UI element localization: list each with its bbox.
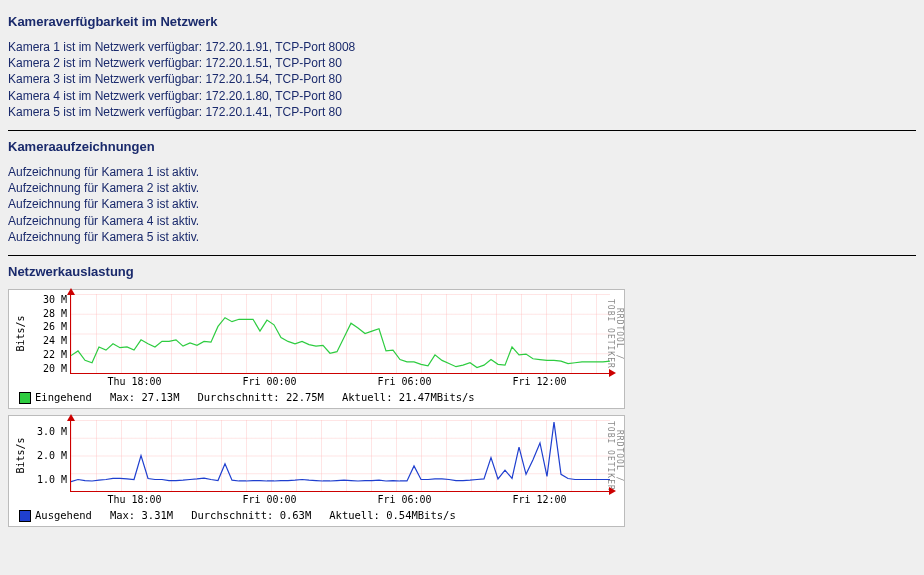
chart-watermark: RRDTOOL / TOBI OETIKER xyxy=(610,294,624,374)
chart-plot-outgoing xyxy=(70,420,610,492)
legend-cur: Aktuell: 21.47MBits/s xyxy=(342,391,475,403)
legend-cur: Aktuell: 0.54MBits/s xyxy=(329,509,455,521)
y-axis-ticks: 30 M 28 M 26 M 24 M 22 M 20 M xyxy=(31,294,70,374)
recording-line: Aufzeichnung für Kamera 3 ist aktiv. xyxy=(8,196,916,212)
network-utilization-section: Netzwerkauslastung Bits/s 30 M 28 M 26 M… xyxy=(8,264,916,527)
availability-line: Kamera 2 ist im Netzwerk verfügbar: 172.… xyxy=(8,55,916,71)
x-axis-ticks: Thu 18:00 Fri 00:00 Fri 06:00 Fri 12:00 xyxy=(67,376,607,387)
recording-line: Aufzeichnung für Kamera 5 ist aktiv. xyxy=(8,229,916,245)
availability-line: Kamera 1 ist im Netzwerk verfügbar: 172.… xyxy=(8,39,916,55)
legend-swatch-icon xyxy=(19,392,31,404)
section-divider xyxy=(8,255,916,256)
legend-avg: Durchschnitt: 0.63M xyxy=(191,509,311,521)
recording-line: Aufzeichnung für Kamera 1 ist aktiv. xyxy=(8,164,916,180)
y-axis-label: Bits/s xyxy=(9,294,31,374)
legend-series: Eingehend xyxy=(19,391,92,404)
legend-swatch-icon xyxy=(19,510,31,522)
legend-avg: Durchschnitt: 22.75M xyxy=(197,391,323,403)
axis-arrow-right-icon xyxy=(609,487,616,495)
chart-legend-incoming: Eingehend Max: 27.13M Durchschnitt: 22.7… xyxy=(19,391,618,404)
chart-watermark: RRDTOOL / TOBI OETIKER xyxy=(610,420,624,492)
y-axis-ticks: 3.0 M 2.0 M 1.0 M xyxy=(31,420,70,492)
recording-line: Aufzeichnung für Kamera 4 ist aktiv. xyxy=(8,213,916,229)
availability-line: Kamera 5 ist im Netzwerk verfügbar: 172.… xyxy=(8,104,916,120)
chart-plot-incoming xyxy=(70,294,610,374)
x-axis-ticks: Thu 18:00 Fri 00:00 Fri 06:00 Fri 12:00 xyxy=(67,494,607,505)
recordings-lines: Aufzeichnung für Kamera 1 ist aktiv. Auf… xyxy=(8,164,916,245)
availability-line: Kamera 4 ist im Netzwerk verfügbar: 172.… xyxy=(8,88,916,104)
camera-availability-section: Kameraverfügbarkeit im Netzwerk Kamera 1… xyxy=(8,14,916,120)
availability-lines: Kamera 1 ist im Netzwerk verfügbar: 172.… xyxy=(8,39,916,120)
chart-outgoing: Bits/s 3.0 M 2.0 M 1.0 M RRDTOOL / TOBI … xyxy=(8,415,625,527)
legend-series: Ausgehend xyxy=(19,509,92,522)
chart-legend-outgoing: Ausgehend Max: 3.31M Durchschnitt: 0.63M… xyxy=(19,509,618,522)
camera-recordings-section: Kameraaufzeichnungen Aufzeichnung für Ka… xyxy=(8,139,916,245)
legend-max: Max: 3.31M xyxy=(110,509,173,521)
axis-arrow-right-icon xyxy=(609,369,616,377)
y-axis-label: Bits/s xyxy=(9,420,31,492)
legend-max: Max: 27.13M xyxy=(110,391,180,403)
section-title-availability: Kameraverfügbarkeit im Netzwerk xyxy=(8,14,916,29)
recording-line: Aufzeichnung für Kamera 2 ist aktiv. xyxy=(8,180,916,196)
availability-line: Kamera 3 ist im Netzwerk verfügbar: 172.… xyxy=(8,71,916,87)
section-title-network: Netzwerkauslastung xyxy=(8,264,916,279)
section-title-recordings: Kameraaufzeichnungen xyxy=(8,139,916,154)
section-divider xyxy=(8,130,916,131)
chart-incoming: Bits/s 30 M 28 M 26 M 24 M 22 M 20 M RRD… xyxy=(8,289,625,409)
